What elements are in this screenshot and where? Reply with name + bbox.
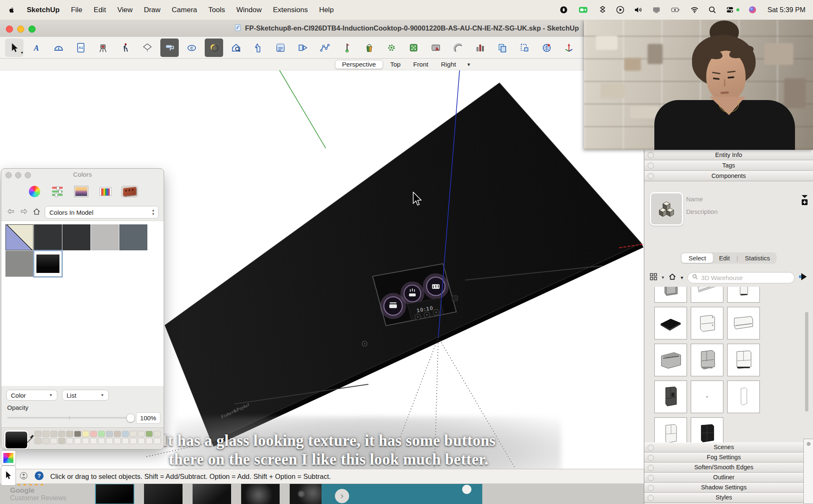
mini-color-swatch[interactable] xyxy=(154,438,161,444)
arc-ribbon-tool[interactable] xyxy=(449,39,467,57)
volume-icon[interactable] xyxy=(633,5,643,15)
disclosure-circle-icon[interactable] xyxy=(648,465,654,471)
random-dice-tool[interactable] xyxy=(404,39,423,57)
disclosure-circle-icon[interactable] xyxy=(648,152,654,158)
component-thumbnail-french-door-fridge-gray[interactable] xyxy=(691,344,723,376)
stage-manager-icon[interactable] xyxy=(598,5,607,15)
home-icon[interactable] xyxy=(32,207,41,218)
axes-tool[interactable]: N xyxy=(338,39,356,57)
mini-color-swatch[interactable] xyxy=(66,438,73,444)
mini-color-swatch[interactable] xyxy=(106,431,113,437)
mini-color-swatch[interactable] xyxy=(138,431,145,437)
component-thumbnail-small-part[interactable] xyxy=(691,381,723,413)
chevron-down-icon[interactable]: ▾ xyxy=(21,50,23,55)
save-component-icon[interactable] xyxy=(801,195,808,207)
mini-color-swatch[interactable] xyxy=(154,431,161,437)
product-thumbnail-cooktop-front[interactable] xyxy=(95,484,134,504)
tab-edit[interactable]: Edit xyxy=(713,253,736,263)
chevron-down-icon[interactable]: ▼ xyxy=(680,275,684,280)
colors-panel-titlebar[interactable]: Colors xyxy=(1,169,164,180)
model-search-tool[interactable] xyxy=(227,39,245,57)
scrollbar-thumb[interactable] xyxy=(805,312,808,411)
carousel-next-button[interactable]: › xyxy=(335,489,349,503)
tags-panel-header[interactable]: Tags xyxy=(644,160,813,171)
mini-color-swatch[interactable] xyxy=(66,431,73,437)
component-thumbnail-wall-oven[interactable] xyxy=(654,344,687,376)
geo-location-tool[interactable] xyxy=(538,39,556,57)
menu-help[interactable]: Help xyxy=(319,6,334,14)
panel-header-fog-settings[interactable]: Fog Settings xyxy=(644,453,803,463)
menu-camera[interactable]: Camera xyxy=(172,6,197,14)
color-swatch[interactable] xyxy=(119,224,147,250)
forward-arrow-icon[interactable] xyxy=(19,207,28,218)
color-swatch-selected-texture[interactable] xyxy=(34,251,62,277)
opacity-slider-handle[interactable] xyxy=(126,414,135,422)
copy-layers-tool[interactable] xyxy=(493,39,512,57)
component-options-tool[interactable] xyxy=(293,39,312,57)
mini-color-swatch[interactable] xyxy=(138,438,145,444)
play-circle-icon[interactable] xyxy=(616,5,625,15)
panel-header-scenes[interactable]: Scenes xyxy=(644,442,803,453)
warehouse-search-field[interactable] xyxy=(687,272,795,283)
swatch-list-area[interactable] xyxy=(1,221,164,386)
components-panel-header[interactable]: Components xyxy=(644,171,813,181)
back-arrow-icon[interactable] xyxy=(6,207,15,218)
color-swatch[interactable] xyxy=(62,224,90,250)
menu-bar-clock[interactable]: Sat 5:39 PM xyxy=(767,6,805,14)
eyedropper-icon[interactable] xyxy=(26,434,34,445)
component-description-placeholder[interactable]: Description xyxy=(686,208,718,215)
color-swatch[interactable] xyxy=(5,251,33,277)
mini-color-swatch[interactable] xyxy=(82,438,89,444)
axes-arrows-tool[interactable] xyxy=(560,39,578,57)
section-plane-tool[interactable] xyxy=(138,39,157,57)
color-format-dropdown[interactable]: Color▼ xyxy=(6,390,57,401)
component-thumbnail-french-door-fridge-white[interactable] xyxy=(727,344,760,376)
settings-gear-tool[interactable] xyxy=(382,39,401,57)
color-collection-dropdown[interactable]: Colors In Model ▲▼ xyxy=(45,206,159,219)
colors-panel[interactable]: Colors Colors In Model ▲▼ Color▼ List▼ O… xyxy=(1,168,164,450)
display-icon[interactable] xyxy=(652,5,661,15)
disclosure-circle-icon[interactable] xyxy=(648,485,654,491)
siri-icon[interactable] xyxy=(748,5,757,15)
component-thumbnail-cooktop[interactable] xyxy=(654,307,687,339)
screen-record-camera-icon[interactable] xyxy=(577,5,589,15)
component-thumbnail-slim-fridge[interactable] xyxy=(727,287,760,303)
keyboard-shortcut-tool[interactable] xyxy=(427,39,445,57)
list-view-dropdown[interactable]: List▼ xyxy=(62,390,109,401)
mini-color-swatch[interactable] xyxy=(114,438,121,444)
wifi-icon[interactable] xyxy=(690,5,699,15)
mini-color-swatch[interactable] xyxy=(122,438,129,444)
gear-icon[interactable] xyxy=(805,441,812,504)
component-thumbnail-column-panel[interactable] xyxy=(727,381,760,413)
color-swatch[interactable] xyxy=(34,224,62,250)
panel-header-soften-smooth-edges[interactable]: Soften/Smooth Edges xyxy=(644,463,803,473)
mini-color-swatch[interactable] xyxy=(42,438,49,444)
mini-color-swatch[interactable] xyxy=(114,431,121,437)
mini-color-swatch[interactable] xyxy=(146,438,153,444)
context-info-icon[interactable] xyxy=(19,471,28,482)
app-menu-sketchup[interactable]: SketchUp xyxy=(27,6,59,14)
component-preview-thumbnail[interactable] xyxy=(650,192,683,226)
menu-file[interactable]: File xyxy=(71,6,82,14)
color-swatch-two-tone[interactable] xyxy=(5,224,33,250)
component-thumbnail-tall-fridge-dark[interactable] xyxy=(654,381,687,413)
component-results-list[interactable] xyxy=(644,287,813,456)
home-icon[interactable] xyxy=(668,273,677,283)
paint-bucket-tool[interactable] xyxy=(360,39,378,57)
mini-color-swatch[interactable] xyxy=(122,431,129,437)
mini-color-swatch[interactable] xyxy=(34,431,41,437)
mini-color-swatch[interactable] xyxy=(82,431,89,437)
component-thumbnail-dishwasher[interactable] xyxy=(691,307,723,339)
component-thumbnail-base-cabinet[interactable] xyxy=(654,287,687,303)
chevron-down-icon[interactable]: ▼ xyxy=(463,62,474,67)
mini-color-swatch[interactable] xyxy=(58,431,65,437)
menu-edit[interactable]: Edit xyxy=(94,6,106,14)
tab-statistics[interactable]: Statistics xyxy=(739,253,776,263)
spotlight-search-icon[interactable] xyxy=(708,5,717,15)
hand-pointer-tool[interactable] xyxy=(249,39,268,57)
paste-in-place-tool[interactable] xyxy=(515,39,534,57)
tab-select[interactable]: Select xyxy=(682,253,713,263)
product-thumbnail-cooktop-knob[interactable] xyxy=(241,484,280,504)
disclosure-circle-icon[interactable] xyxy=(648,475,654,481)
mini-color-swatch[interactable] xyxy=(50,438,57,444)
